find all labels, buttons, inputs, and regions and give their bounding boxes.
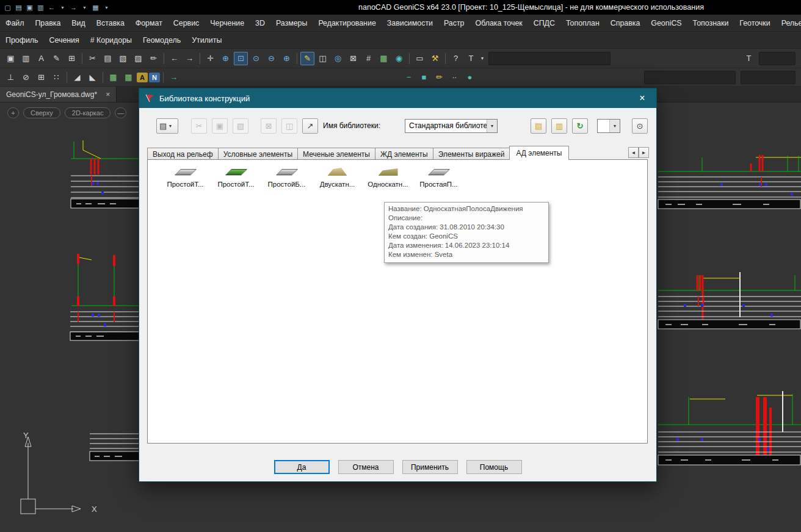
help-icon[interactable]: ? <box>449 52 463 65</box>
properties-icon[interactable]: ⊞ <box>65 52 79 65</box>
library-name-combobox[interactable]: Стандартная библиотека ▾ <box>405 119 498 133</box>
grid-icon[interactable]: # <box>361 52 375 65</box>
save-icon[interactable]: ▣ <box>4 52 18 65</box>
node-icon[interactable]: ● <box>463 71 477 84</box>
freeze-icon[interactable]: − <box>402 71 416 84</box>
table-edit-icon[interactable]: ▦ <box>106 71 120 84</box>
express-tools-icon[interactable]: ⚒ <box>428 52 442 65</box>
geoposition-icon[interactable]: ◉ <box>392 52 406 65</box>
viewport-menu-button[interactable]: — <box>115 107 126 118</box>
menu-insert[interactable]: Вставка <box>91 15 130 32</box>
undo-icon[interactable]: ← <box>46 2 57 13</box>
chevron-down-icon[interactable]: ▾ <box>609 120 620 132</box>
zoom-out-icon[interactable]: ⊖ <box>264 52 278 65</box>
tabs-scroll-right-button[interactable]: ► <box>639 147 649 158</box>
redo-icon[interactable]: → <box>68 2 79 13</box>
tab-uslovnye-elementy[interactable]: Условные элементы <box>218 148 298 160</box>
menu-point-clouds[interactable]: Облака точек <box>470 15 528 32</box>
viewport-icon[interactable]: ◫ <box>316 52 330 65</box>
menu-spds[interactable]: СПДС <box>528 15 560 32</box>
tab-vykhod-na-relef[interactable]: Выход на рельеф <box>147 148 219 160</box>
undo-history-icon[interactable]: ▾ <box>57 2 68 13</box>
new-file-icon[interactable]: ▢ <box>2 2 13 13</box>
open-file-icon[interactable]: ▤ <box>13 2 24 13</box>
redo-history-icon[interactable]: ▾ <box>79 2 90 13</box>
preview-element-button[interactable]: ⊙ <box>632 118 648 134</box>
close-icon[interactable]: × <box>634 93 651 104</box>
menu-file[interactable]: Файл <box>0 15 29 32</box>
print-icon[interactable]: ▥ <box>35 2 46 13</box>
library-item-2[interactable]: ПростойТ... <box>211 167 261 188</box>
layout-icon[interactable]: ▭ <box>413 52 427 65</box>
circle-tool-icon[interactable]: ⊘ <box>19 71 33 84</box>
zoom-dynamic-icon[interactable]: ⊙ <box>249 52 263 65</box>
menu-relief[interactable]: Рельеф <box>776 15 801 32</box>
menu-help[interactable]: Справка <box>605 15 646 32</box>
text-tool-icon[interactable]: T <box>464 52 478 65</box>
library-item-1[interactable]: ПростойТ... <box>160 167 211 188</box>
numbering-icon[interactable]: N <box>149 73 160 82</box>
save-icon[interactable]: ▣ <box>24 2 35 13</box>
menu-geonics[interactable]: GeoniCS <box>645 15 687 32</box>
duplicate-element-icon[interactable]: ◫ <box>281 118 297 134</box>
tab-zhd-elementy[interactable]: ЖД элементы <box>375 148 433 160</box>
cancel-button[interactable]: Отмена <box>338 460 394 474</box>
region-icon[interactable]: ⊠ <box>346 52 360 65</box>
solid-icon[interactable]: ■ <box>417 71 431 84</box>
edit-attributes-icon[interactable]: ✎ <box>49 52 63 65</box>
print-icon[interactable]: ▥ <box>19 52 33 65</box>
menu-3d[interactable]: 3D <box>250 15 270 32</box>
tab-mechenye-elementy[interactable]: Меченые элементы <box>297 148 375 160</box>
construction-line-icon[interactable]: ⊥ <box>4 71 18 84</box>
menu-corridors[interactable]: # Коридоры <box>85 32 137 49</box>
zoom-realtime-icon[interactable]: ⊕ <box>219 52 233 65</box>
menu-view[interactable]: Вид <box>66 15 90 32</box>
menu-sections[interactable]: Сечения <box>44 32 85 49</box>
cut-icon[interactable]: ✂ <box>85 52 100 65</box>
sketch-icon[interactable]: ✎ <box>300 52 314 65</box>
viewport-controls-button[interactable]: + <box>7 107 19 118</box>
dialog-titlebar[interactable]: Библиотека конструкций × <box>139 88 656 108</box>
refresh-library-icon[interactable]: ↻ <box>572 118 588 134</box>
cut-element-icon[interactable]: ✂ <box>191 118 207 134</box>
delete-element-icon[interactable]: ⊠ <box>261 118 277 134</box>
zoom-in-icon[interactable]: ⊕ <box>280 52 294 65</box>
workspace-dropdown-icon[interactable]: ▾ <box>101 2 112 13</box>
text-style-icon[interactable]: A <box>34 52 48 65</box>
slope-icon[interactable]: ◢ <box>70 71 84 84</box>
paste-icon[interactable]: ▧ <box>116 52 130 65</box>
tab-ad-elementy[interactable]: АД элементы <box>509 146 568 160</box>
library-item-6[interactable]: ПростаяП... <box>413 167 464 188</box>
library-item-4[interactable]: Двускатн... <box>312 167 363 188</box>
menu-constraints[interactable]: Зависимости <box>382 15 438 32</box>
dots-icon[interactable]: ∙∙ <box>448 71 462 84</box>
chevron-down-icon[interactable]: ▾ <box>479 52 485 65</box>
menu-dimensions[interactable]: Размеры <box>270 15 313 32</box>
library-menu-button[interactable]: ▤ ▾ <box>156 118 178 134</box>
redo-icon[interactable]: → <box>183 52 197 65</box>
menu-edit[interactable]: Правка <box>29 15 66 32</box>
help-button[interactable]: Помощь <box>466 460 522 474</box>
library-item-5[interactable]: Односкатн... <box>363 167 413 188</box>
menu-geopoints[interactable]: Геоточки <box>734 15 775 32</box>
document-tab[interactable]: GeoniCS-ул_Громова.dwg* × <box>0 87 117 102</box>
tabs-scroll-left-button[interactable]: ◄ <box>628 147 639 158</box>
menu-geomodel[interactable]: Геомодель <box>137 32 186 49</box>
mini-combobox[interactable]: ▾ <box>597 119 620 133</box>
menu-profile[interactable]: Профиль <box>0 32 44 49</box>
open-library-icon[interactable]: ▤ <box>531 118 546 134</box>
menu-toposigns[interactable]: Топознаки <box>687 15 734 32</box>
zoom-window-icon[interactable]: ⊡ <box>234 52 248 65</box>
table-icon[interactable]: ▦ <box>377 52 391 65</box>
layer-field[interactable] <box>644 71 736 84</box>
export-element-icon[interactable]: ↗ <box>302 118 318 134</box>
apply-button[interactable]: Применить <box>402 460 458 474</box>
menu-format[interactable]: Формат <box>130 15 168 32</box>
menu-topoplan[interactable]: Топоплан <box>560 15 605 32</box>
named-views-icon[interactable]: ◎ <box>331 52 345 65</box>
command-field[interactable] <box>488 52 611 65</box>
field-text-icon[interactable]: A <box>137 73 148 82</box>
table-export-icon[interactable]: ▦ <box>121 71 136 84</box>
pan-icon[interactable]: ✛ <box>203 52 217 65</box>
visual-style-button[interactable]: 2D-каркас <box>65 107 111 118</box>
